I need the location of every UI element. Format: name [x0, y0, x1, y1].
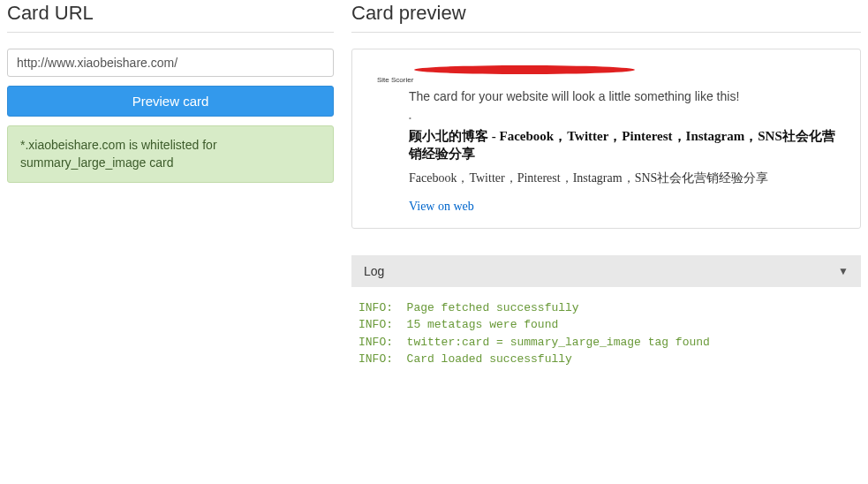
card-description: Facebook，Twitter，Pinterest，Instagram，SNS… — [409, 170, 842, 186]
log-line: INFO: Card loaded successfully — [359, 351, 854, 368]
card-url-heading: Card URL — [7, 2, 334, 25]
preview-card-button[interactable]: Preview card — [7, 86, 334, 117]
log-title: Log — [364, 264, 384, 278]
divider — [351, 32, 861, 33]
card-preview-box: Site Scorier The card for your website w… — [351, 49, 861, 229]
site-source-label: Site Scorier — [377, 76, 842, 84]
card-preview-heading: Card preview — [351, 2, 861, 25]
log-line: INFO: Page fetched successfully — [359, 299, 854, 317]
preview-intro-text: The card for your website will look a li… — [409, 89, 842, 103]
log-header[interactable]: Log ▼ — [351, 255, 861, 287]
card-title: 顾小北的博客 - Facebook，Twitter，Pinterest，Inst… — [409, 127, 842, 163]
whitelist-alert: *.xiaobeishare.com is whitelisted for su… — [7, 125, 334, 183]
url-input[interactable] — [7, 49, 334, 77]
log-line: INFO: twitter:card = summary_large_image… — [359, 334, 854, 352]
card-preview-panel: Card preview Site Scorier The card for y… — [351, 0, 861, 381]
log-panel: Log ▼ INFO: Page fetched successfully IN… — [351, 255, 861, 381]
view-on-web-link[interactable]: View on web — [409, 200, 474, 213]
chevron-down-icon: ▼ — [838, 265, 849, 277]
divider — [7, 32, 334, 33]
tiny-bullet: • — [409, 114, 842, 122]
log-line: INFO: 15 metatags were found — [359, 316, 854, 334]
log-body: INFO: Page fetched successfully INFO: 15… — [351, 287, 861, 381]
redaction-mark — [414, 65, 635, 74]
card-url-panel: Card URL Preview card *.xiaobeishare.com… — [7, 0, 351, 381]
